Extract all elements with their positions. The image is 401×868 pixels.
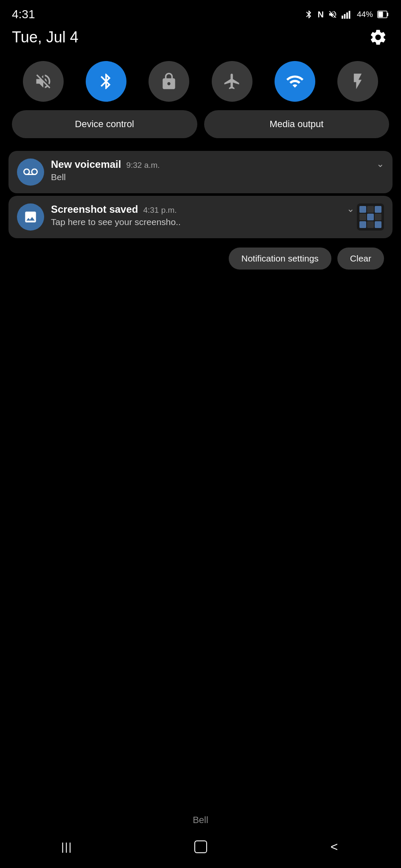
screenshot-body: Tap here to see your screensho..: [51, 217, 350, 227]
svg-rect-5: [387, 13, 388, 16]
back-icon: <: [331, 840, 338, 854]
toggle-wifi[interactable]: [275, 61, 315, 102]
nav-home-button[interactable]: [184, 834, 218, 860]
svg-rect-2: [346, 12, 348, 19]
status-icons: N 44%: [304, 10, 389, 19]
voicemail-icon-circle: [17, 159, 44, 186]
notification-screenshot[interactable]: Screenshot saved 4:31 p.m. Tap here to s…: [8, 196, 393, 238]
date-row: Tue, Jul 4: [0, 25, 401, 57]
screenshot-icon-circle: [17, 203, 44, 231]
svg-rect-7: [195, 841, 207, 853]
navigation-bar: ||| <: [0, 830, 401, 868]
nav-back-button[interactable]: <: [317, 834, 351, 860]
battery-text: 44%: [357, 10, 373, 19]
action-buttons-row: Device control Media output: [0, 110, 401, 151]
nav-recent-button[interactable]: |||: [50, 834, 84, 860]
notification-actions: Notification settings Clear: [8, 241, 393, 270]
status-time: 4:31: [12, 8, 35, 21]
quick-toggles-row: [0, 57, 401, 110]
screenshot-title: Screenshot saved: [51, 203, 138, 215]
svg-rect-6: [379, 12, 383, 17]
status-bar: 4:31 N 44%: [0, 0, 401, 25]
toggle-flashlight[interactable]: [337, 61, 378, 102]
svg-rect-1: [344, 14, 346, 19]
voicemail-title: New voicemail: [51, 159, 121, 170]
toggle-airplane[interactable]: [212, 61, 252, 102]
svg-rect-0: [342, 16, 343, 19]
notification-settings-button[interactable]: Notification settings: [229, 248, 331, 270]
battery-icon: [377, 11, 389, 18]
svg-rect-3: [349, 11, 351, 19]
toggle-lock[interactable]: [149, 61, 189, 102]
home-icon: [193, 839, 208, 854]
screenshot-time: 4:31 p.m.: [143, 206, 177, 215]
mute-icon: [328, 10, 337, 19]
recent-apps-icon: |||: [61, 840, 72, 854]
screenshot-chevron-icon: ⌄: [347, 203, 354, 214]
carrier-label: Bell: [0, 815, 401, 826]
toggle-mute[interactable]: [23, 61, 64, 102]
media-output-button[interactable]: Media output: [204, 110, 390, 138]
clear-button[interactable]: Clear: [337, 248, 384, 270]
settings-button[interactable]: [367, 26, 389, 48]
notification-voicemail[interactable]: New voicemail 9:32 a.m. Bell ⌄: [8, 151, 393, 193]
signal-icon: [342, 10, 353, 19]
screenshot-header: Screenshot saved 4:31 p.m.: [51, 203, 350, 215]
date-display: Tue, Jul 4: [12, 28, 79, 46]
voicemail-content: New voicemail 9:32 a.m. Bell: [51, 159, 384, 182]
bluetooth-icon: [304, 10, 314, 19]
toggle-bluetooth[interactable]: [86, 61, 126, 102]
voicemail-body: Bell: [51, 172, 384, 182]
settings-gear-icon: [369, 28, 387, 47]
screenshot-content: Screenshot saved 4:31 p.m. Tap here to s…: [51, 203, 350, 227]
voicemail-time: 9:32 a.m.: [126, 161, 160, 170]
notifications-area: New voicemail 9:32 a.m. Bell ⌄ Screensho…: [0, 151, 401, 270]
device-control-button[interactable]: Device control: [12, 110, 197, 138]
voicemail-chevron-icon: ⌄: [376, 159, 384, 170]
voicemail-header: New voicemail 9:32 a.m.: [51, 159, 384, 170]
nfc-icon: N: [318, 10, 324, 19]
screenshot-thumbnail: [357, 203, 384, 231]
